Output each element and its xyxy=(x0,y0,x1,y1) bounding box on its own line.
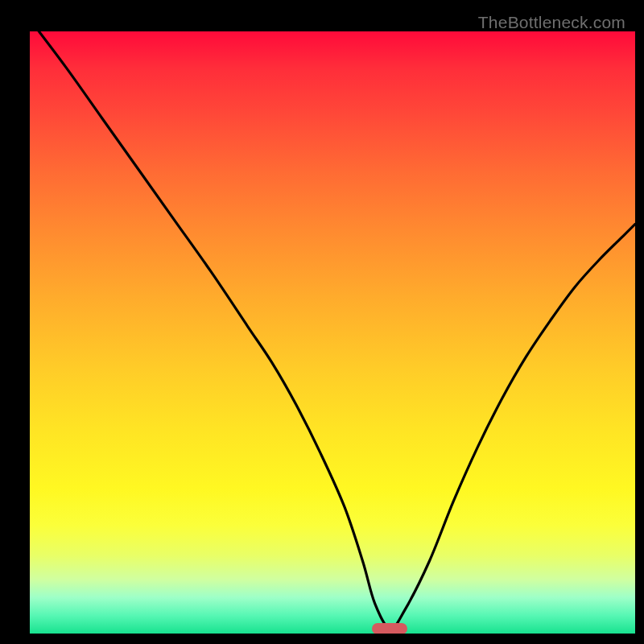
curve-layer xyxy=(30,31,635,634)
plot-area xyxy=(30,31,635,634)
chart-frame: TheBottleneck.com xyxy=(10,10,634,634)
bottleneck-curve xyxy=(30,31,635,629)
minimum-marker xyxy=(372,623,407,634)
watermark-text: TheBottleneck.com xyxy=(478,13,625,32)
